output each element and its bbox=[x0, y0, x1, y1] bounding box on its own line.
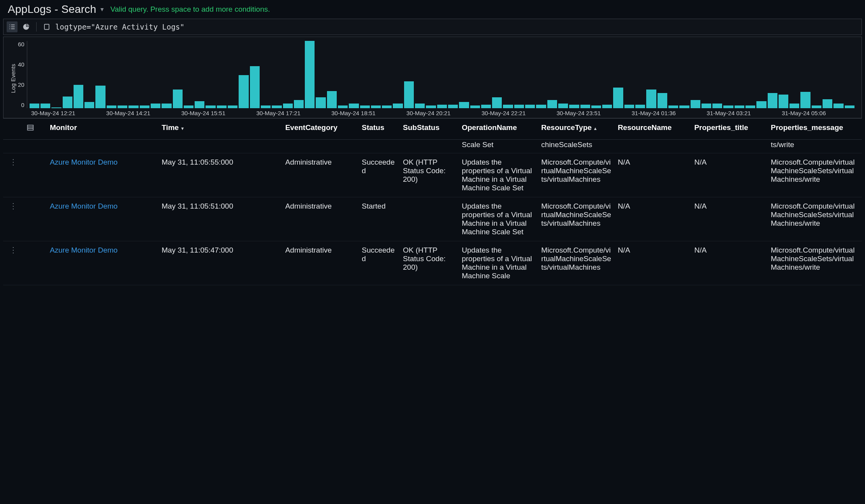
chart-bar[interactable] bbox=[481, 105, 491, 108]
chart-bar[interactable] bbox=[768, 93, 777, 108]
chart-bar[interactable] bbox=[812, 105, 821, 108]
chart-bar[interactable] bbox=[823, 99, 832, 108]
chart-bar[interactable] bbox=[84, 102, 94, 108]
chart-bar[interactable] bbox=[206, 105, 215, 108]
chart-bar[interactable] bbox=[217, 105, 227, 108]
chart-bar[interactable] bbox=[195, 101, 204, 108]
chart-bar[interactable] bbox=[701, 104, 711, 108]
chart-bar[interactable] bbox=[492, 97, 502, 108]
chart-bar[interactable] bbox=[382, 105, 392, 108]
chart-bar[interactable] bbox=[74, 85, 83, 108]
chart-bar[interactable] bbox=[371, 105, 381, 108]
chart-bar[interactable] bbox=[691, 100, 700, 108]
page-title[interactable]: AppLogs - Search ▼ bbox=[8, 3, 105, 16]
chart-bar[interactable] bbox=[239, 75, 248, 108]
chart-bar[interactable] bbox=[503, 105, 513, 108]
chart-bar[interactable] bbox=[327, 91, 337, 108]
chart-bar[interactable] bbox=[360, 105, 370, 108]
chart-bar[interactable] bbox=[184, 105, 193, 108]
chart-bar[interactable] bbox=[635, 105, 645, 108]
chart-bar[interactable] bbox=[128, 105, 138, 108]
table-row[interactable]: ⋮Azure Monitor DemoMay 31, 11:05:55:000A… bbox=[3, 153, 862, 197]
chart-bar[interactable] bbox=[779, 95, 788, 108]
chart-bar[interactable] bbox=[789, 104, 799, 108]
col-time[interactable]: Time bbox=[158, 119, 282, 140]
chart-bar[interactable] bbox=[679, 105, 689, 108]
chart-bar[interactable] bbox=[437, 105, 447, 108]
chart-bar[interactable] bbox=[415, 104, 425, 108]
chart-bar[interactable] bbox=[426, 105, 436, 108]
cell-monitor[interactable]: Azure Monitor Demo bbox=[47, 153, 158, 197]
chart-bar[interactable] bbox=[845, 105, 854, 108]
chart-bar[interactable] bbox=[305, 41, 315, 108]
col-status[interactable]: Status bbox=[359, 119, 400, 140]
chart-bar[interactable] bbox=[228, 105, 237, 108]
cell-monitor[interactable]: Azure Monitor Demo bbox=[47, 241, 158, 285]
chart-bar[interactable] bbox=[735, 105, 744, 108]
chart-bar[interactable] bbox=[646, 90, 656, 108]
row-menu-button[interactable]: ⋮ bbox=[3, 197, 23, 241]
chart-bar[interactable] bbox=[712, 104, 722, 108]
chart-bar[interactable] bbox=[107, 105, 116, 108]
chart-bar[interactable] bbox=[316, 97, 325, 108]
row-menu-button[interactable]: ⋮ bbox=[3, 153, 23, 197]
chart-bar[interactable] bbox=[591, 105, 601, 108]
chart-bar[interactable] bbox=[668, 105, 678, 108]
list-view-button[interactable] bbox=[7, 21, 18, 32]
cell-monitor[interactable]: Azure Monitor Demo bbox=[47, 197, 158, 241]
chart-bar[interactable] bbox=[624, 105, 634, 108]
chart-bar[interactable] bbox=[162, 104, 171, 108]
col-operation-name[interactable]: OperationName bbox=[459, 119, 538, 140]
chart-bar[interactable] bbox=[833, 104, 843, 108]
chart-bar[interactable] bbox=[580, 105, 590, 108]
chart-bar[interactable] bbox=[558, 104, 568, 108]
col-properties-message[interactable]: Properties_message bbox=[768, 119, 862, 140]
chart-bar[interactable] bbox=[272, 105, 281, 108]
chart-bar[interactable] bbox=[723, 105, 733, 108]
chart-bar[interactable] bbox=[602, 105, 612, 108]
col-event-category[interactable]: EventCategory bbox=[282, 119, 359, 140]
col-monitor[interactable]: Monitor bbox=[47, 119, 158, 140]
chart-plot[interactable]: 6040200 bbox=[18, 41, 857, 108]
col-resource-name[interactable]: ResourceName bbox=[615, 119, 691, 140]
table-row[interactable]: ⋮Azure Monitor DemoMay 31, 11:05:51:000A… bbox=[3, 197, 862, 241]
chart-bar[interactable] bbox=[173, 90, 183, 108]
chart-bar[interactable] bbox=[261, 105, 271, 108]
chart-bar[interactable] bbox=[118, 105, 127, 108]
notes-button[interactable] bbox=[41, 21, 52, 32]
chart-bar[interactable] bbox=[140, 105, 149, 108]
chart-bar[interactable] bbox=[569, 105, 579, 108]
chart-bar[interactable] bbox=[393, 104, 403, 108]
table-row[interactable]: ⋮Azure Monitor DemoMay 31, 11:05:47:000A… bbox=[3, 241, 862, 285]
col-resource-type[interactable]: ResourceType bbox=[538, 119, 615, 140]
query-input[interactable] bbox=[55, 23, 858, 31]
chart-bar[interactable] bbox=[151, 104, 160, 108]
pie-chart-button[interactable] bbox=[21, 21, 32, 32]
col-sub-status[interactable]: SubStatus bbox=[400, 119, 459, 140]
chart-bars[interactable] bbox=[27, 41, 857, 108]
chart-bar[interactable] bbox=[756, 101, 766, 108]
chart-bar[interactable] bbox=[250, 66, 260, 108]
table-row[interactable]: Scale SetchineScaleSetsts/write bbox=[3, 140, 862, 153]
chart-bar[interactable] bbox=[51, 107, 61, 108]
chart-bar[interactable] bbox=[294, 100, 304, 108]
chart-bar[interactable] bbox=[536, 105, 546, 108]
chart-bar[interactable] bbox=[525, 105, 535, 108]
chart-bar[interactable] bbox=[40, 104, 50, 108]
row-menu-button[interactable]: ⋮ bbox=[3, 241, 23, 285]
chart-bar[interactable] bbox=[404, 81, 414, 108]
chart-bar[interactable] bbox=[547, 100, 557, 108]
chart-bar[interactable] bbox=[459, 102, 469, 108]
col-properties-title[interactable]: Properties_title bbox=[691, 119, 768, 140]
chart-bar[interactable] bbox=[613, 88, 623, 108]
chart-bar[interactable] bbox=[514, 105, 524, 108]
chart-bar[interactable] bbox=[658, 93, 667, 108]
chart-bar[interactable] bbox=[448, 105, 458, 108]
chart-bar[interactable] bbox=[30, 104, 39, 108]
chart-bar[interactable] bbox=[338, 105, 348, 108]
table-view-icon[interactable] bbox=[23, 119, 46, 140]
chart-bar[interactable] bbox=[745, 105, 755, 108]
chart-bar[interactable] bbox=[283, 104, 293, 108]
chart-bar[interactable] bbox=[349, 104, 359, 108]
chart-bar[interactable] bbox=[63, 97, 72, 108]
